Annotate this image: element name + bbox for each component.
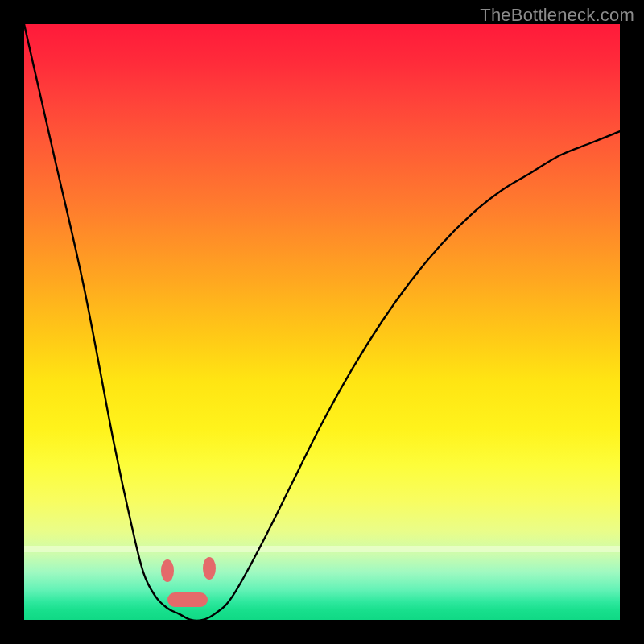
bottleneck-curve [24,24,620,620]
curve-layer [24,24,620,620]
plot-area [24,24,620,620]
outer-frame: TheBottleneck.com [0,0,644,644]
valley-bar-bottom [167,592,208,607]
watermark-text: TheBottleneck.com [480,5,634,26]
valley-dot-right [203,557,216,580]
valley-dot-left [161,559,174,582]
